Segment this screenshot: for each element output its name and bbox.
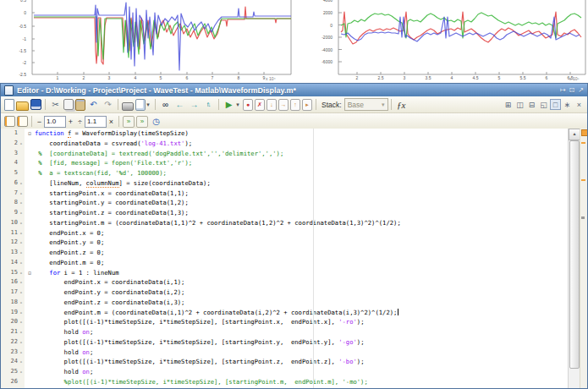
step-out-icon[interactable]: ↑: [290, 99, 300, 111]
code-text[interactable]: startingPoint.x = coordinateData(1,1);: [35, 189, 189, 199]
executable-line-marker: -: [18, 268, 25, 278]
code-text[interactable]: endPoint.m = (coordinateData(i,1)^2 + co…: [35, 308, 398, 318]
mlint-warning-marker[interactable]: [581, 142, 585, 144]
code-text[interactable]: endPoint.x = coordinateData(i,1);: [35, 277, 184, 288]
dock-icon[interactable]: ↦: [560, 86, 566, 94]
code-editor-pane: 1⊟function f = WaveformDisplay(timeStepS…: [1, 129, 587, 388]
toolbar-separator: [118, 99, 118, 110]
function-browser-icon[interactable]: ƒx: [395, 99, 408, 111]
restore-icon[interactable]: ⊡: [569, 86, 575, 94]
decrement-value-button[interactable]: −: [35, 118, 44, 126]
pin-icon[interactable]: ∗: [562, 99, 573, 110]
set-clear-breakpoint-icon[interactable]: ●: [243, 99, 253, 111]
code-text[interactable]: hold on;: [35, 348, 93, 358]
continue-icon[interactable]: ▸: [302, 99, 312, 111]
fold-toggle-icon[interactable]: ⊟: [25, 129, 35, 139]
multiply-value-field[interactable]: 1.1: [85, 116, 107, 128]
increment-value-field[interactable]: 1.0: [44, 116, 66, 128]
y-axis-tick-label: 4000: [294, 0, 332, 3]
run-dropdown-icon[interactable]: ▾: [234, 99, 241, 111]
code-text[interactable]: startingPoint.z = coordinateData(1,3);: [35, 208, 189, 218]
clear-all-breakpoints-icon[interactable]: ✗: [255, 99, 265, 111]
increment-value-button[interactable]: +: [66, 118, 75, 126]
stack-select[interactable]: Base▾: [344, 98, 388, 111]
code-text[interactable]: % [coordinateData] = textread('dogPaddle…: [35, 149, 283, 159]
code-text[interactable]: endPoint.m = 0;: [35, 258, 104, 268]
code-line-7: 7- startingPoint.x = coordinateData(1,1)…: [1, 189, 568, 199]
find-next-icon[interactable]: f↓: [202, 99, 215, 111]
line-number: 9: [4, 208, 18, 218]
x-axis-tick-label: 8: [233, 75, 245, 80]
tile-left-right-icon[interactable]: ◫: [514, 99, 525, 110]
executable-line-marker: -: [18, 178, 25, 189]
code-text[interactable]: plot([(i-1)*timeStepSize, i*timeStepSize…: [35, 337, 364, 348]
redo-icon[interactable]: ↷: [102, 99, 114, 111]
x-axis-tick-label: 5: [493, 75, 505, 80]
code-line-15: 15-⊟ for i = 1 : lineNum: [1, 268, 568, 278]
code-text-area[interactable]: 1⊟function f = WaveformDisplay(timeStepS…: [1, 129, 568, 388]
scroll-up-arrow-icon[interactable]: ▴: [569, 129, 580, 140]
step-in-icon[interactable]: →: [278, 99, 289, 111]
code-text[interactable]: %plot([(i-1)*timeStepSize, i*timeStepSiz…: [35, 377, 368, 387]
code-text[interactable]: % [fid, message] = fopen('File.txt','r')…: [35, 158, 192, 168]
line-number: 21: [4, 327, 18, 337]
vertical-scrollbar[interactable]: ▴: [568, 129, 580, 388]
new-file-icon[interactable]: [4, 99, 14, 111]
profiler-time-icon[interactable]: ◷: [150, 116, 162, 128]
code-text[interactable]: endPoint.y = 0;: [35, 238, 104, 248]
code-text[interactable]: plot([(i-1)*timeStepSize, i*timeStepSize…: [35, 317, 364, 327]
code-text[interactable]: % a = textscan(fid, '%d', 100000);: [35, 168, 167, 178]
code-text[interactable]: plot([(i-1)*timeStepSize, i*timeStepSize…: [35, 357, 364, 367]
open-file-icon[interactable]: [16, 101, 29, 111]
maximize-icon[interactable]: □: [550, 99, 561, 110]
code-text[interactable]: hold on;: [35, 327, 93, 337]
find-icon[interactable]: ∞: [159, 99, 172, 111]
code-text[interactable]: startingPoint.m = (coordinateData(1,1)^2…: [35, 218, 401, 228]
run-icon[interactable]: ▶: [223, 99, 235, 111]
copy-icon[interactable]: [63, 99, 74, 110]
save-icon[interactable]: [30, 99, 41, 110]
code-text[interactable]: endPoint.y = coordinateData(i,2);: [35, 288, 184, 298]
mlint-indicator-bar[interactable]: [580, 129, 587, 388]
code-text[interactable]: for i = 1 : lineNum: [35, 268, 119, 278]
mlint-summary-icon[interactable]: [581, 129, 587, 136]
step-icon[interactable]: ↓: [267, 99, 277, 111]
scrollbar-thumb[interactable]: [569, 140, 580, 369]
print-icon[interactable]: [122, 102, 134, 111]
fold-toggle-icon[interactable]: ⊟: [25, 268, 35, 278]
undock-icon[interactable]: ↗: [578, 86, 584, 94]
code-text[interactable]: endPoint.x = 0;: [35, 228, 104, 238]
evaluate-cell-icon[interactable]: »: [123, 116, 135, 128]
divide-value-button[interactable]: ÷: [75, 118, 85, 126]
cut-icon[interactable]: ✂: [49, 99, 62, 111]
mlint-note-marker[interactable]: [581, 216, 585, 219]
close-icon[interactable]: ×: [574, 99, 585, 110]
insert-cell-divider-icon[interactable]: [4, 116, 15, 127]
evaluate-cell-advance-icon[interactable]: »: [136, 116, 148, 128]
code-text[interactable]: endPoint.z = coordinateData(i,3);: [35, 298, 184, 308]
code-text[interactable]: startingPoint.y = coordinateData(1,2);: [35, 198, 189, 208]
multiply-value-button[interactable]: ×: [107, 118, 116, 126]
code-text[interactable]: coordinateData = csvread('log-41.txt');: [35, 139, 192, 149]
code-text[interactable]: function f = WaveformDisplay(timeStepSiz…: [35, 129, 189, 139]
tile-grid-icon[interactable]: ⊞: [503, 99, 514, 110]
code-text[interactable]: endPoint.z = 0;: [35, 248, 104, 258]
tile-top-bottom-icon[interactable]: ⊟: [526, 99, 537, 110]
paste-icon[interactable]: [75, 99, 85, 111]
go-forward-icon[interactable]: →: [188, 99, 201, 111]
undo-icon[interactable]: ↶: [87, 99, 100, 111]
titlebar-window-controls: ↦⊡↗: [560, 86, 584, 94]
print-dropdown-icon[interactable]: ▾: [145, 99, 151, 111]
code-text[interactable]: [lineNum, columnNum] = size(coordinateDa…: [35, 178, 211, 189]
code-line-18: 18- endPoint.z = coordinateData(i,3);: [1, 298, 568, 308]
editor-titlebar[interactable]: Editor - D:\Working - Project\Project - …: [1, 84, 587, 96]
editor-title: Editor - D:\Working - Project\Project - …: [17, 86, 296, 95]
executable-line-marker: -: [18, 189, 25, 199]
insert-cell-divider-above-icon[interactable]: [17, 116, 28, 127]
code-line-11: 11- endPoint.x = 0;: [1, 228, 568, 238]
go-back-icon[interactable]: ←: [173, 99, 186, 111]
code-text[interactable]: hold on;: [35, 367, 93, 377]
mlint-warning-marker[interactable]: [581, 179, 585, 181]
tile-float-icon[interactable]: ◱: [538, 99, 549, 110]
executable-line-marker: -: [18, 139, 25, 149]
